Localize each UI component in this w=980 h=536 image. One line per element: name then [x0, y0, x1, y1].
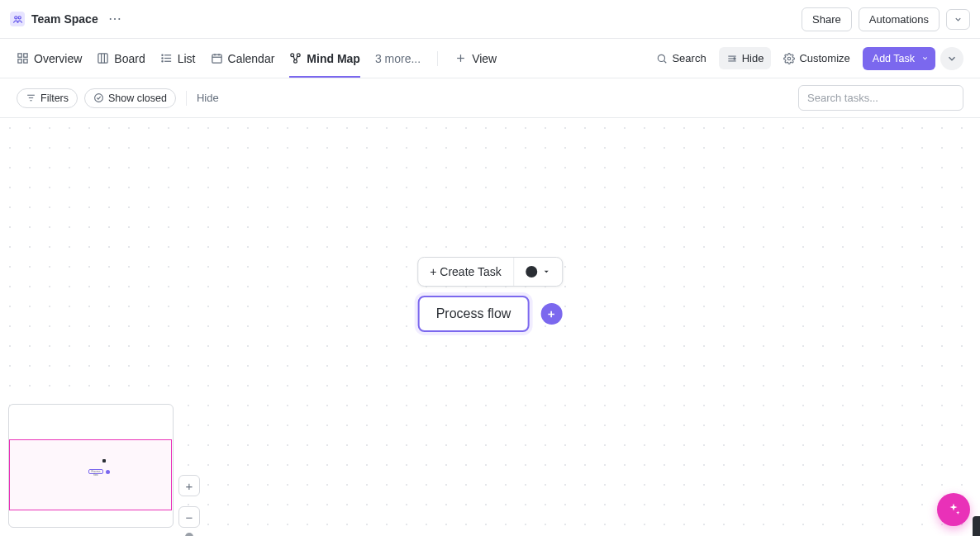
filters-button[interactable]: Filters	[17, 88, 78, 108]
root-node[interactable]: Process flow	[418, 296, 530, 332]
automations-dropdown-button[interactable]	[946, 9, 970, 30]
tab-more[interactable]: 3 more...	[375, 39, 421, 78]
zoom-in-button[interactable]: +	[178, 475, 200, 496]
root-node-group: Process flow	[418, 296, 563, 332]
svg-rect-3	[24, 54, 27, 57]
more-actions-button[interactable]	[940, 47, 963, 70]
topbar-right: Share Automations	[802, 7, 970, 31]
zoom-out-button[interactable]: −	[178, 506, 200, 528]
filter-divider	[186, 91, 187, 106]
mindmap-canvas[interactable]: + Create Task Process flow Process flow …	[0, 118, 980, 536]
tab-mind-map[interactable]: Mind Map	[289, 39, 360, 78]
minimap-toolbar-dot	[102, 459, 106, 462]
minimap-node-add	[106, 470, 110, 474]
caret-down-icon	[542, 265, 550, 278]
svg-point-12	[162, 55, 163, 55]
customize-label: Customize	[799, 52, 849, 64]
viewbar: Overview Board List Calendar Mind Map 3 …	[0, 39, 980, 78]
tab-overview-label: Overview	[34, 52, 82, 65]
filterbar: Filters Show closed Hide	[0, 78, 980, 118]
space-title[interactable]: Team Space	[31, 12, 98, 26]
add-view-button[interactable]: View	[454, 39, 497, 78]
automations-button[interactable]: Automations	[859, 7, 940, 31]
tab-list-label: List	[178, 52, 196, 65]
svg-point-1	[18, 16, 21, 18]
zoom-slider-thumb[interactable]	[185, 533, 193, 536]
minimap-viewport[interactable]	[9, 439, 172, 510]
minimap[interactable]: Process flow	[8, 404, 174, 528]
team-space-icon	[10, 12, 25, 26]
status-picker[interactable]	[514, 258, 562, 286]
ai-assist-fab[interactable]	[937, 493, 970, 526]
vertical-scrollbar[interactable]	[973, 118, 980, 536]
svg-rect-15	[212, 55, 221, 63]
hide-toggle[interactable]: Hide	[719, 47, 772, 69]
tab-board-label: Board	[114, 52, 145, 65]
chevron-down-icon	[921, 53, 929, 64]
add-task-label: Add Task	[873, 53, 915, 64]
tab-overview[interactable]: Overview	[17, 39, 82, 78]
svg-rect-6	[98, 54, 107, 63]
zoom-control: + −	[178, 475, 200, 528]
svg-point-0	[14, 16, 17, 18]
search-tasks-input[interactable]	[798, 85, 963, 111]
svg-point-14	[162, 61, 163, 62]
add-child-node-button[interactable]	[540, 303, 562, 325]
create-task-button[interactable]: + Create Task	[418, 258, 513, 286]
tab-list[interactable]: List	[160, 39, 196, 78]
node-toolbar: + Create Task	[417, 257, 563, 287]
add-task-button[interactable]: Add Task	[863, 47, 935, 70]
svg-rect-2	[18, 54, 21, 57]
filters-label: Filters	[40, 92, 69, 104]
tab-calendar[interactable]: Calendar	[211, 39, 275, 78]
svg-point-29	[733, 57, 735, 59]
view-actions: Search Hide Customize Add Task	[649, 47, 963, 70]
svg-rect-4	[18, 59, 21, 63]
tab-mind-map-label: Mind Map	[307, 52, 360, 65]
add-view-label: View	[472, 52, 497, 65]
minimap-node: Process flow	[88, 469, 103, 474]
topbar: Team Space ⋯ Share Automations	[0, 0, 980, 39]
tab-board[interactable]: Board	[97, 39, 145, 78]
svg-point-34	[95, 94, 103, 102]
hide-toggle-label: Hide	[742, 52, 764, 64]
svg-line-25	[664, 60, 667, 63]
share-button[interactable]: Share	[802, 7, 852, 31]
tab-more-label: 3 more...	[375, 52, 421, 65]
scrollbar-thumb[interactable]	[973, 516, 980, 536]
search-label: Search	[672, 52, 706, 64]
tab-divider	[437, 51, 438, 66]
svg-point-24	[659, 55, 665, 61]
customize-button[interactable]: Customize	[776, 47, 857, 69]
show-closed-label: Show closed	[108, 92, 167, 104]
hide-link[interactable]: Hide	[197, 92, 219, 104]
svg-rect-5	[24, 59, 27, 63]
search-button[interactable]: Search	[649, 47, 713, 69]
topbar-left: Team Space ⋯	[10, 9, 125, 29]
filter-left: Filters Show closed Hide	[17, 88, 219, 108]
show-closed-toggle[interactable]: Show closed	[84, 88, 176, 108]
svg-point-30	[788, 57, 792, 60]
status-dot-icon	[526, 266, 537, 277]
more-options-icon[interactable]: ⋯	[105, 9, 125, 29]
view-tabs: Overview Board List Calendar Mind Map 3 …	[17, 39, 497, 78]
svg-point-13	[162, 58, 163, 59]
tab-calendar-label: Calendar	[228, 52, 275, 65]
